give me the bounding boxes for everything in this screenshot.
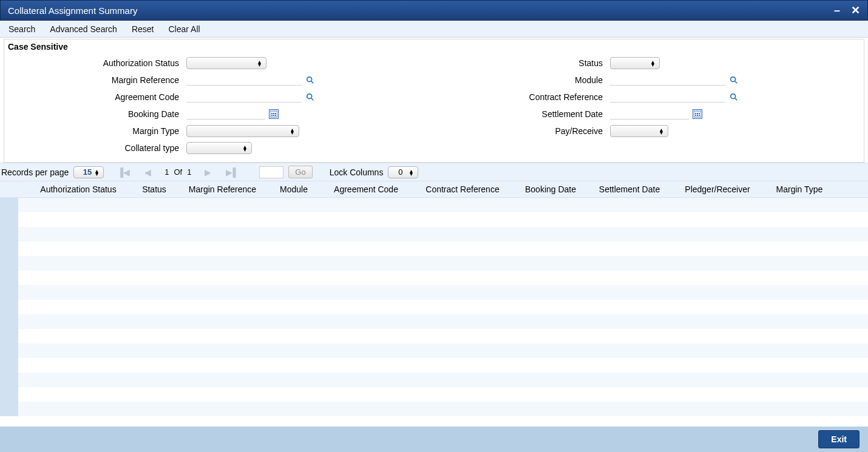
form-col-left: Authorization Status ▴▾ Margin Reference… [4,54,434,156]
table-row[interactable] [0,227,868,241]
agreement-code-input[interactable] [186,92,302,103]
of-label: Of [174,167,182,177]
results-table: Authorization Status Status Margin Refer… [0,181,868,416]
svg-rect-5 [271,113,273,114]
advanced-search-button[interactable]: Advanced Search [50,24,117,34]
minimize-icon[interactable]: – [834,4,840,17]
records-per-page-label: Records per page [1,167,69,177]
svg-rect-17 [697,113,698,114]
row-handle[interactable] [0,300,18,314]
collateral-type-select[interactable]: ▴▾ [186,142,252,154]
go-button[interactable]: Go [288,166,312,178]
table-row[interactable] [0,198,868,212]
svg-point-11 [731,77,736,82]
row-handle[interactable] [0,402,18,416]
row-handle[interactable] [0,329,18,343]
svg-line-12 [735,81,737,84]
table-row[interactable] [0,373,868,387]
search-button[interactable]: Search [8,24,35,34]
booking-date-label: Booking Date [4,109,186,119]
module-input[interactable] [610,75,725,86]
form-grid: Authorization Status ▴▾ Margin Reference… [4,54,864,156]
table-row[interactable] [0,256,868,271]
row-handle[interactable] [0,271,18,285]
row-handle[interactable] [0,373,18,387]
page-input[interactable] [259,166,283,178]
settlement-date-input[interactable] [610,109,689,120]
margin-type-select[interactable]: ▴▾ [186,125,299,137]
table-row[interactable] [0,387,868,402]
pager-bar: Records per page 15▴▾ ▐◀ ◀ 1 Of 1 ▶ ▶▌ G… [0,163,868,181]
row-handle[interactable] [0,358,18,373]
pay-receive-select[interactable]: ▴▾ [610,125,668,137]
svg-rect-8 [271,115,273,116]
col-header[interactable]: Booking Date [514,184,587,194]
prev-page-icon[interactable]: ◀ [144,167,151,177]
col-header[interactable]: Settlement Date [587,184,672,194]
footer-bar: Exit [0,427,868,452]
table-row[interactable] [0,285,868,300]
table-row[interactable] [0,343,868,358]
close-icon[interactable]: ✕ [851,4,860,17]
records-per-page-select[interactable]: 15▴▾ [73,166,104,178]
search-panel: Case Sensitive Authorization Status ▴▾ M… [4,39,864,163]
table-row[interactable] [0,314,868,329]
col-header[interactable]: Margin Reference [178,184,266,194]
contract-ref-input[interactable] [610,92,725,103]
search-icon[interactable] [305,75,315,85]
booking-date-input[interactable] [186,109,265,120]
auth-status-label: Authorization Status [4,58,186,68]
col-header[interactable]: Status [130,184,178,194]
search-icon[interactable] [729,92,739,102]
table-row[interactable] [0,300,868,314]
row-handle[interactable] [0,343,18,358]
svg-rect-10 [275,115,276,116]
panel-header: Case Sensitive [4,39,864,54]
table-row[interactable] [0,271,868,285]
row-handle[interactable] [0,212,18,227]
col-header[interactable]: Agreement Code [321,184,411,194]
svg-rect-21 [699,115,700,116]
last-page-icon[interactable]: ▶▌ [226,167,239,177]
reset-button[interactable]: Reset [132,24,154,34]
lock-columns-select[interactable]: 0▴▾ [388,166,418,178]
search-icon[interactable] [729,75,739,85]
calendar-icon[interactable] [269,109,279,119]
col-header[interactable]: Pledger/Receiver [672,184,763,194]
status-select[interactable]: ▴▾ [610,57,660,69]
row-handle[interactable] [0,387,18,402]
exit-button[interactable]: Exit [818,430,860,448]
svg-rect-16 [695,113,696,114]
row-handle[interactable] [0,285,18,300]
window-titlebar: Collateral Assignment Summary – ✕ [0,0,868,21]
search-icon[interactable] [305,92,315,102]
row-handle[interactable] [0,241,18,256]
contract-ref-label: Contract Reference [434,92,610,102]
svg-rect-20 [697,115,698,116]
next-page-icon[interactable]: ▶ [205,167,211,177]
table-row[interactable] [0,241,868,256]
row-handle[interactable] [0,256,18,271]
first-page-icon[interactable]: ▐◀ [117,167,130,177]
margin-ref-input[interactable] [186,75,302,86]
row-handle[interactable] [0,314,18,329]
row-handle[interactable] [0,198,18,212]
col-header[interactable]: Contract Reference [411,184,514,194]
table-row[interactable] [0,402,868,416]
table-row[interactable] [0,212,868,227]
table-row[interactable] [0,358,868,373]
action-toolbar: Search Advanced Search Reset Clear All [0,21,868,38]
table-row[interactable] [0,329,868,343]
col-header[interactable]: Margin Type [763,184,836,194]
calendar-icon[interactable] [693,109,702,119]
auth-status-select[interactable]: ▴▾ [186,57,266,69]
status-label: Status [434,58,610,68]
window-buttons: – ✕ [834,4,860,17]
col-header[interactable]: Module [266,184,321,194]
row-handle[interactable] [0,227,18,241]
svg-rect-18 [699,113,700,114]
svg-point-0 [307,77,312,82]
clear-all-button[interactable]: Clear All [168,24,200,34]
col-header[interactable]: Authorization Status [27,184,130,194]
window-title: Collateral Assignment Summary [8,5,137,16]
